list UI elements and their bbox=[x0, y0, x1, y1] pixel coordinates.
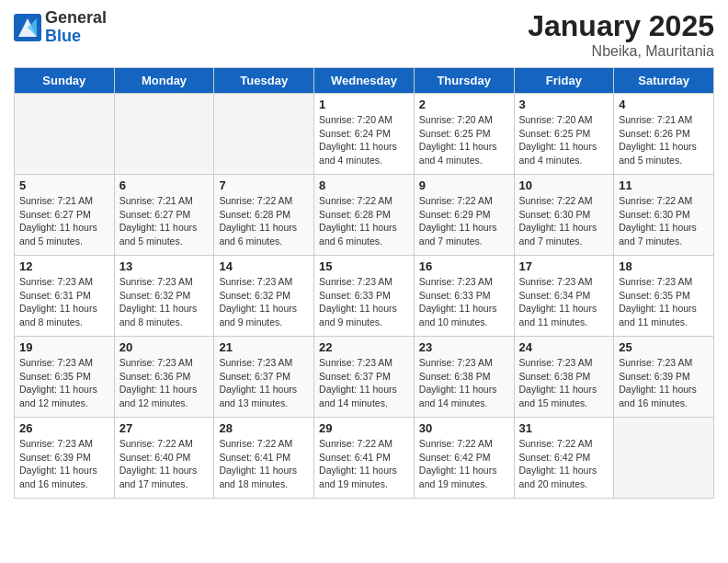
weekday-header-tuesday: Tuesday bbox=[214, 68, 314, 94]
page-container: General Blue January 2025 Nbeika, Maurit… bbox=[0, 0, 728, 508]
cell-text: Sunrise: 7:23 AMSunset: 6:34 PMDaylight:… bbox=[519, 275, 609, 329]
cell-text: Sunrise: 7:23 AMSunset: 6:39 PMDaylight:… bbox=[619, 356, 709, 410]
calendar-cell: 5 Sunrise: 7:21 AMSunset: 6:27 PMDayligh… bbox=[15, 175, 115, 256]
calendar-cell: 25 Sunrise: 7:23 AMSunset: 6:39 PMDaylig… bbox=[614, 337, 714, 418]
calendar-cell: 27 Sunrise: 7:22 AMSunset: 6:40 PMDaylig… bbox=[114, 418, 214, 499]
calendar-cell: 1 Sunrise: 7:20 AMSunset: 6:24 PMDayligh… bbox=[314, 94, 415, 175]
day-number: 28 bbox=[219, 421, 309, 435]
cell-text: Sunrise: 7:23 AMSunset: 6:32 PMDaylight:… bbox=[219, 275, 309, 329]
calendar-cell: 22 Sunrise: 7:23 AMSunset: 6:37 PMDaylig… bbox=[314, 337, 415, 418]
day-number: 27 bbox=[119, 421, 210, 435]
month-title: January 2025 bbox=[528, 9, 714, 43]
day-number: 31 bbox=[519, 421, 609, 435]
calendar-cell bbox=[614, 418, 714, 499]
day-number: 4 bbox=[619, 98, 709, 111]
weekday-header-row: SundayMondayTuesdayWednesdayThursdayFrid… bbox=[15, 68, 714, 94]
calendar-cell: 15 Sunrise: 7:23 AMSunset: 6:33 PMDaylig… bbox=[314, 256, 415, 337]
calendar-cell: 4 Sunrise: 7:21 AMSunset: 6:26 PMDayligh… bbox=[614, 94, 714, 175]
logo-icon bbox=[14, 14, 41, 41]
day-number: 13 bbox=[119, 259, 210, 273]
cell-text: Sunrise: 7:23 AMSunset: 6:38 PMDaylight:… bbox=[419, 356, 509, 410]
day-number: 12 bbox=[19, 259, 109, 273]
calendar-cell: 28 Sunrise: 7:22 AMSunset: 6:41 PMDaylig… bbox=[214, 418, 314, 499]
weekday-header-sunday: Sunday bbox=[15, 68, 115, 94]
week-row-2: 5 Sunrise: 7:21 AMSunset: 6:27 PMDayligh… bbox=[15, 175, 714, 256]
weekday-header-thursday: Thursday bbox=[414, 68, 514, 94]
day-number: 2 bbox=[419, 98, 509, 111]
cell-text: Sunrise: 7:23 AMSunset: 6:35 PMDaylight:… bbox=[19, 356, 109, 410]
weekday-header-saturday: Saturday bbox=[614, 68, 714, 94]
calendar-cell: 29 Sunrise: 7:22 AMSunset: 6:41 PMDaylig… bbox=[314, 418, 415, 499]
day-number: 22 bbox=[319, 340, 409, 354]
day-number: 30 bbox=[419, 421, 509, 435]
cell-text: Sunrise: 7:22 AMSunset: 6:28 PMDaylight:… bbox=[319, 194, 409, 248]
cell-text: Sunrise: 7:22 AMSunset: 6:40 PMDaylight:… bbox=[119, 437, 210, 491]
day-number: 20 bbox=[119, 340, 210, 354]
calendar-cell: 26 Sunrise: 7:23 AMSunset: 6:39 PMDaylig… bbox=[15, 418, 115, 499]
calendar-cell: 19 Sunrise: 7:23 AMSunset: 6:35 PMDaylig… bbox=[15, 337, 115, 418]
calendar-cell: 3 Sunrise: 7:20 AMSunset: 6:25 PMDayligh… bbox=[514, 94, 614, 175]
day-number: 3 bbox=[519, 98, 609, 111]
cell-text: Sunrise: 7:20 AMSunset: 6:25 PMDaylight:… bbox=[519, 113, 609, 167]
location: Nbeika, Mauritania bbox=[528, 43, 714, 60]
day-number: 7 bbox=[219, 178, 309, 192]
cell-text: Sunrise: 7:23 AMSunset: 6:35 PMDaylight:… bbox=[619, 275, 709, 329]
cell-text: Sunrise: 7:22 AMSunset: 6:29 PMDaylight:… bbox=[419, 194, 509, 248]
cell-text: Sunrise: 7:21 AMSunset: 6:27 PMDaylight:… bbox=[19, 194, 109, 248]
calendar-cell: 11 Sunrise: 7:22 AMSunset: 6:30 PMDaylig… bbox=[614, 175, 714, 256]
day-number: 21 bbox=[219, 340, 309, 354]
calendar-cell: 24 Sunrise: 7:23 AMSunset: 6:38 PMDaylig… bbox=[514, 337, 614, 418]
cell-text: Sunrise: 7:20 AMSunset: 6:25 PMDaylight:… bbox=[419, 113, 509, 167]
calendar-cell: 16 Sunrise: 7:23 AMSunset: 6:33 PMDaylig… bbox=[414, 256, 514, 337]
calendar-cell: 13 Sunrise: 7:23 AMSunset: 6:32 PMDaylig… bbox=[114, 256, 214, 337]
cell-text: Sunrise: 7:20 AMSunset: 6:24 PMDaylight:… bbox=[319, 113, 409, 167]
day-number: 5 bbox=[19, 178, 109, 192]
weekday-header-wednesday: Wednesday bbox=[314, 68, 415, 94]
day-number: 17 bbox=[519, 259, 609, 273]
cell-text: Sunrise: 7:23 AMSunset: 6:33 PMDaylight:… bbox=[419, 275, 509, 329]
cell-text: Sunrise: 7:23 AMSunset: 6:37 PMDaylight:… bbox=[319, 356, 409, 410]
day-number: 14 bbox=[219, 259, 309, 273]
cell-text: Sunrise: 7:23 AMSunset: 6:36 PMDaylight:… bbox=[119, 356, 210, 410]
cell-text: Sunrise: 7:23 AMSunset: 6:31 PMDaylight:… bbox=[19, 275, 109, 329]
day-number: 24 bbox=[519, 340, 609, 354]
day-number: 25 bbox=[619, 340, 709, 354]
calendar-cell: 30 Sunrise: 7:22 AMSunset: 6:42 PMDaylig… bbox=[414, 418, 514, 499]
day-number: 8 bbox=[319, 178, 409, 192]
day-number: 26 bbox=[19, 421, 109, 435]
week-row-3: 12 Sunrise: 7:23 AMSunset: 6:31 PMDaylig… bbox=[15, 256, 714, 337]
day-number: 9 bbox=[419, 178, 509, 192]
calendar-cell: 7 Sunrise: 7:22 AMSunset: 6:28 PMDayligh… bbox=[214, 175, 314, 256]
day-number: 10 bbox=[519, 178, 609, 192]
cell-text: Sunrise: 7:22 AMSunset: 6:30 PMDaylight:… bbox=[519, 194, 609, 248]
week-row-5: 26 Sunrise: 7:23 AMSunset: 6:39 PMDaylig… bbox=[15, 418, 714, 499]
calendar-cell bbox=[15, 94, 115, 175]
cell-text: Sunrise: 7:21 AMSunset: 6:27 PMDaylight:… bbox=[119, 194, 210, 248]
calendar-cell: 20 Sunrise: 7:23 AMSunset: 6:36 PMDaylig… bbox=[114, 337, 214, 418]
day-number: 11 bbox=[619, 178, 709, 192]
calendar-cell: 12 Sunrise: 7:23 AMSunset: 6:31 PMDaylig… bbox=[15, 256, 115, 337]
calendar-cell: 17 Sunrise: 7:23 AMSunset: 6:34 PMDaylig… bbox=[514, 256, 614, 337]
weekday-header-friday: Friday bbox=[514, 68, 614, 94]
day-number: 6 bbox=[119, 178, 210, 192]
calendar-cell: 9 Sunrise: 7:22 AMSunset: 6:29 PMDayligh… bbox=[414, 175, 514, 256]
calendar-cell: 2 Sunrise: 7:20 AMSunset: 6:25 PMDayligh… bbox=[414, 94, 514, 175]
logo: General Blue bbox=[14, 9, 107, 46]
calendar-cell: 14 Sunrise: 7:23 AMSunset: 6:32 PMDaylig… bbox=[214, 256, 314, 337]
day-number: 19 bbox=[19, 340, 109, 354]
cell-text: Sunrise: 7:23 AMSunset: 6:39 PMDaylight:… bbox=[19, 437, 109, 491]
logo-text: General Blue bbox=[45, 9, 107, 46]
calendar-cell: 21 Sunrise: 7:23 AMSunset: 6:37 PMDaylig… bbox=[214, 337, 314, 418]
cell-text: Sunrise: 7:22 AMSunset: 6:41 PMDaylight:… bbox=[319, 437, 409, 491]
cell-text: Sunrise: 7:22 AMSunset: 6:28 PMDaylight:… bbox=[219, 194, 309, 248]
logo-general: General bbox=[45, 9, 107, 28]
calendar-cell: 23 Sunrise: 7:23 AMSunset: 6:38 PMDaylig… bbox=[414, 337, 514, 418]
logo-blue: Blue bbox=[45, 28, 107, 46]
cell-text: Sunrise: 7:22 AMSunset: 6:42 PMDaylight:… bbox=[419, 437, 509, 491]
cell-text: Sunrise: 7:22 AMSunset: 6:30 PMDaylight:… bbox=[619, 194, 709, 248]
cell-text: Sunrise: 7:22 AMSunset: 6:41 PMDaylight:… bbox=[219, 437, 309, 491]
cell-text: Sunrise: 7:23 AMSunset: 6:33 PMDaylight:… bbox=[319, 275, 409, 329]
calendar-cell bbox=[114, 94, 214, 175]
cell-text: Sunrise: 7:21 AMSunset: 6:26 PMDaylight:… bbox=[619, 113, 709, 167]
cell-text: Sunrise: 7:23 AMSunset: 6:37 PMDaylight:… bbox=[219, 356, 309, 410]
